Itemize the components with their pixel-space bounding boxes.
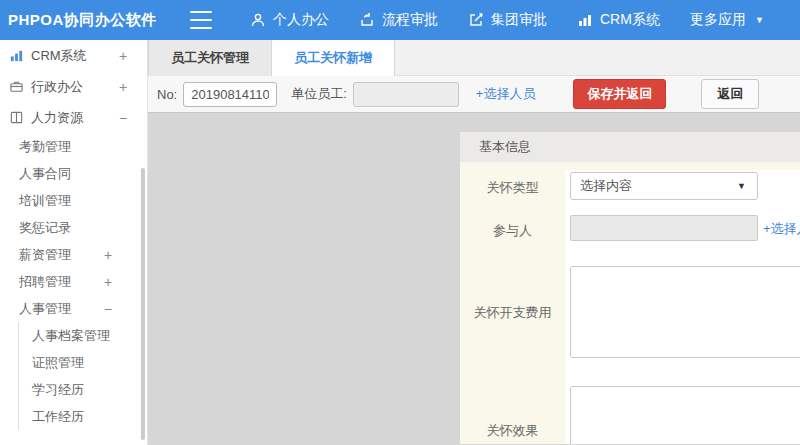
hamburger-menu-icon[interactable] [190,11,212,29]
no-label: No: [157,87,177,102]
expense-textarea[interactable] [570,266,800,358]
top-navbar: PHPOA协同办公软件 个人办公 流程审批 [0,0,800,40]
sidebar-item-label: 招聘管理 [19,273,71,291]
sidebar: CRM系统 + 行政办公 + 人力资源 − 考勤管理 人事合同 培训管理 奖惩记… [0,40,148,445]
main-area: 员工关怀管理 员工关怀新增 No: 单位员工: +选择人员 保存并返回 返回 基… [148,40,800,445]
user-icon [250,12,266,28]
tab-employee-care-management[interactable]: 员工关怀管理 [148,40,272,76]
content-area: 基本信息 关怀类型 选择内容 ▼ 参与人 +选择人员 关怀开支费用 [148,113,800,444]
sidebar-item-training[interactable]: 培训管理 [0,187,147,214]
sidebar-item-certificates[interactable]: 证照管理 [0,349,147,376]
no-input[interactable] [183,82,277,107]
sidebar-item-label: 证照管理 [32,354,84,372]
expand-toggle-icon[interactable]: + [104,247,112,263]
sidebar-item-label: 人力资源 [31,109,83,127]
sidebar-item-personnel-files[interactable]: 人事档案管理 [0,322,147,349]
sidebar-item-rewards[interactable]: 奖惩记录 [0,214,147,241]
select-person-link[interactable]: +选择人员 [476,85,536,103]
expense-label: 关怀开支费用 [460,304,565,322]
briefcase-icon [8,79,24,95]
effect-label: 关怀效果 [460,422,565,440]
participant-select-link[interactable]: +选择人员 [763,220,800,238]
sidebar-item-attendance[interactable]: 考勤管理 [0,133,147,160]
nav-item-label: 流程审批 [382,11,438,29]
tab-employee-care-new[interactable]: 员工关怀新增 [272,40,395,76]
sidebar-item-recruiting[interactable]: 招聘管理 + [0,268,147,295]
sidebar-item-crm[interactable]: CRM系统 + [0,40,147,71]
sidebar-item-label: 工作经历 [32,408,84,426]
nav-item-personal-office[interactable]: 个人办公 [250,11,329,29]
employee-label: 单位员工: [291,85,347,103]
expand-toggle-icon[interactable]: + [119,79,127,95]
share-arrow-icon [359,12,375,28]
sidebar-item-label: 学习经历 [32,381,84,399]
effect-textarea[interactable] [570,386,800,444]
participant-input[interactable] [570,215,758,241]
collapse-toggle-icon[interactable]: − [104,301,112,317]
sidebar-item-hr[interactable]: 人力资源 − [0,102,147,133]
top-nav-menu: 个人办公 流程审批 集团审批 [250,11,764,29]
nav-item-label: 更多应用 [690,11,746,29]
back-button[interactable]: 返回 [701,79,759,109]
edit-icon [468,12,484,28]
panel-body: 关怀类型 选择内容 ▼ 参与人 +选择人员 关怀开支费用 关怀效果 [460,162,800,444]
sidebar-scrollbar[interactable] [141,168,145,440]
bar-chart-icon [577,12,593,28]
basic-info-panel: 基本信息 关怀类型 选择内容 ▼ 参与人 +选择人员 关怀开支费用 [460,132,800,444]
sidebar-item-personnel[interactable]: 人事管理 − [0,295,147,322]
sidebar-item-work-history[interactable]: 工作经历 [0,403,147,430]
nav-item-label: 集团审批 [491,11,547,29]
sidebar-item-salary[interactable]: 薪资管理 + [0,241,147,268]
sidebar-item-label: 人事管理 [19,300,71,318]
sidebar-item-label: 培训管理 [19,192,71,210]
app-logo: PHPOA协同办公软件 [0,11,190,30]
care-type-label: 关怀类型 [460,179,565,197]
caret-down-icon: ▼ [737,173,746,199]
bar-chart-icon [8,48,24,64]
toolbar: No: 单位员工: +选择人员 保存并返回 返回 [148,76,800,113]
care-type-select[interactable]: 选择内容 ▼ [570,172,758,200]
book-icon [8,110,24,126]
nav-item-more-apps[interactable]: 更多应用 ▼ [690,11,764,29]
sidebar-item-label: 薪资管理 [19,246,71,264]
expand-toggle-icon[interactable]: + [119,48,127,64]
sidebar-item-label: 人事合同 [19,165,71,183]
expand-toggle-icon[interactable]: + [104,274,112,290]
sidebar-item-label: 考勤管理 [19,138,71,156]
save-and-return-button[interactable]: 保存并返回 [573,79,666,109]
employee-input[interactable] [353,82,459,107]
sidebar-item-admin-office[interactable]: 行政办公 + [0,71,147,102]
sidebar-item-label: 奖惩记录 [19,219,71,237]
nav-item-label: 个人办公 [273,11,329,29]
nav-item-workflow-approval[interactable]: 流程审批 [359,11,438,29]
sidebar-item-education-history[interactable]: 学习经历 [0,376,147,403]
nav-item-label: CRM系统 [600,11,660,29]
tab-bar: 员工关怀管理 员工关怀新增 [148,40,800,76]
panel-title: 基本信息 [460,132,800,162]
nav-item-group-approval[interactable]: 集团审批 [468,11,547,29]
sidebar-item-hr-contract[interactable]: 人事合同 [0,160,147,187]
sidebar-item-label: 行政办公 [31,78,83,96]
caret-down-icon: ▼ [755,15,764,25]
collapse-toggle-icon[interactable]: − [119,110,127,126]
sidebar-item-label: 人事档案管理 [32,327,110,345]
sidebar-item-label: CRM系统 [31,47,87,65]
app-window: PHPOA协同办公软件 个人办公 流程审批 [0,0,800,445]
care-type-select-value: 选择内容 [580,178,632,193]
nav-item-crm-system[interactable]: CRM系统 [577,11,660,29]
participant-label: 参与人 [460,222,565,240]
